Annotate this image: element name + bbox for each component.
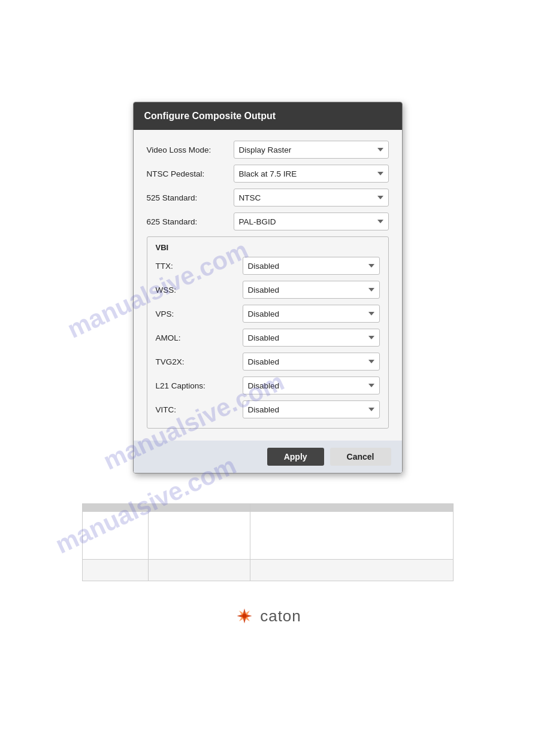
standard-525-select[interactable]: NTSC PAL (234, 189, 389, 207)
vps-label: VPS: (156, 309, 243, 318)
standard-625-row: 625 Standard: PAL-BGID PAL-M PAL-N (147, 212, 389, 230)
table-cell-1-1 (82, 512, 148, 560)
ntsc-pedestal-row: NTSC Pedestal: Black at 7.5 IRE Black at… (147, 165, 389, 183)
standard-525-row: 525 Standard: NTSC PAL (147, 189, 389, 207)
apply-button[interactable]: Apply (267, 448, 324, 466)
tvg2x-select[interactable]: Disabled Enabled (243, 353, 380, 371)
table-cell-1-3 (250, 512, 453, 560)
ttx-select[interactable]: Disabled Enabled (243, 257, 380, 275)
dialog-footer: Apply Cancel (134, 441, 402, 473)
table-cell-2-1 (82, 560, 148, 581)
table-row (82, 512, 453, 560)
vitc-select[interactable]: Disabled Enabled (243, 400, 380, 418)
ttx-row: TTX: Disabled Enabled (156, 257, 380, 275)
vitc-row: VITC: Disabled Enabled (156, 400, 380, 418)
table-section (0, 503, 535, 581)
standard-625-label: 625 Standard: (147, 217, 234, 226)
l21-captions-label: L21 Captions: (156, 381, 243, 390)
tvg2x-row: TVG2X: Disabled Enabled (156, 353, 380, 371)
data-table (82, 503, 454, 581)
table-row (82, 560, 453, 581)
ttx-label: TTX: (156, 262, 243, 271)
table-header-row (82, 504, 453, 512)
vps-row: VPS: Disabled Enabled (156, 305, 380, 323)
table-header-col3 (250, 504, 453, 512)
caton-logo-icon (234, 605, 255, 627)
table-cell-2-3 (250, 560, 453, 581)
amol-select[interactable]: Disabled Enabled (243, 329, 380, 347)
configure-dialog: Configure Composite Output Video Loss Mo… (133, 102, 403, 473)
ntsc-pedestal-label: NTSC Pedestal: (147, 169, 234, 178)
video-loss-mode-select[interactable]: Display Raster Black Blue (234, 141, 389, 159)
logo-section: caton (0, 605, 535, 627)
table-header-col2 (148, 504, 250, 512)
l21-captions-row: L21 Captions: Disabled Enabled (156, 377, 380, 394)
table-cell-1-2 (148, 512, 250, 560)
cancel-button[interactable]: Cancel (330, 448, 391, 466)
dialog-title: Configure Composite Output (134, 102, 402, 130)
wss-row: WSS: Disabled Enabled (156, 281, 380, 299)
wss-label: WSS: (156, 286, 243, 294)
wss-select[interactable]: Disabled Enabled (243, 281, 380, 299)
table-cell-2-2 (148, 560, 250, 581)
amol-row: AMOL: Disabled Enabled (156, 329, 380, 347)
svg-point-2 (243, 614, 247, 618)
video-loss-mode-row: Video Loss Mode: Display Raster Black Bl… (147, 141, 389, 159)
vbi-legend: VBI (156, 243, 380, 252)
vitc-label: VITC: (156, 405, 243, 414)
amol-label: AMOL: (156, 333, 243, 342)
caton-logo-text: caton (260, 607, 301, 626)
l21-captions-select[interactable]: Disabled Enabled (243, 377, 380, 394)
standard-525-label: 525 Standard: (147, 193, 234, 202)
standard-625-select[interactable]: PAL-BGID PAL-M PAL-N (234, 212, 389, 230)
dialog-body: Video Loss Mode: Display Raster Black Bl… (134, 130, 402, 441)
vbi-group: VBI TTX: Disabled Enabled WSS: Disabled … (147, 236, 389, 429)
dialog-wrapper: Configure Composite Output Video Loss Mo… (0, 0, 535, 473)
video-loss-mode-label: Video Loss Mode: (147, 145, 234, 154)
tvg2x-label: TVG2X: (156, 357, 243, 366)
ntsc-pedestal-select[interactable]: Black at 7.5 IRE Black at 0 IRE (234, 165, 389, 183)
table-header-col1 (82, 504, 148, 512)
vps-select[interactable]: Disabled Enabled (243, 305, 380, 323)
